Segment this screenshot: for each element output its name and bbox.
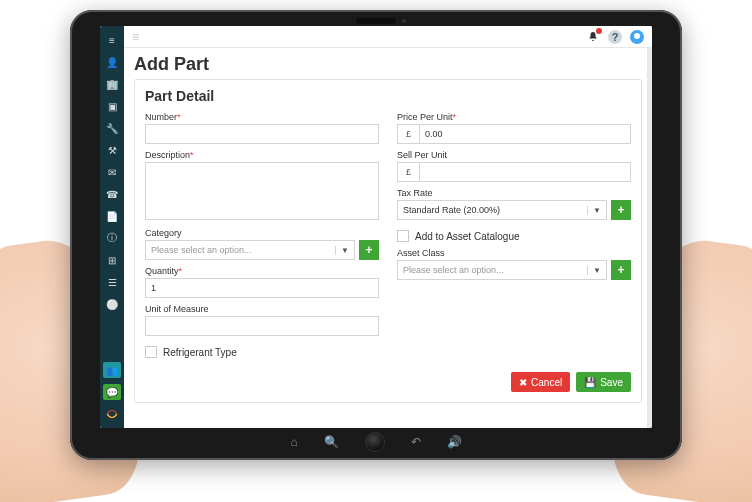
- cancel-icon: ✖: [519, 377, 527, 388]
- description-input[interactable]: [145, 162, 379, 220]
- chevron-down-icon: ▼: [587, 266, 601, 275]
- save-label: Save: [600, 377, 623, 388]
- add-tax-button[interactable]: +: [611, 200, 631, 220]
- app-screen: ≡ 👤 🏢 ▣ 🔧 ⚒ ✉ ☎ 📄 ⓘ ⊞ ☰ ⚪ 👥 💬 ≡: [100, 26, 652, 428]
- tablet-home-icon[interactable]: ⌂: [290, 435, 297, 449]
- quantity-label: Quantity*: [145, 266, 379, 276]
- asset-catalogue-checkbox[interactable]: [397, 230, 409, 242]
- sell-field: Sell Per Unit £: [397, 150, 631, 182]
- description-label: Description*: [145, 150, 379, 160]
- nav-item-tag-icon[interactable]: ⊞: [103, 252, 121, 268]
- category-field: Category Please select an option... ▼ +: [145, 228, 379, 260]
- asset-class-select[interactable]: Please select an option... ▼: [397, 260, 607, 280]
- unit-label: Unit of Measure: [145, 304, 379, 314]
- tablet-frame: ≡ 👤 🏢 ▣ 🔧 ⚒ ✉ ☎ 📄 ⓘ ⊞ ☰ ⚪ 👥 💬 ≡: [70, 10, 682, 460]
- nav-item-file-icon[interactable]: 📄: [103, 208, 121, 224]
- cancel-label: Cancel: [531, 377, 562, 388]
- content: Add Part Part Detail Number* Description…: [124, 48, 652, 428]
- nav-item-mail-icon[interactable]: ✉: [103, 164, 121, 180]
- category-placeholder: Please select an option...: [151, 245, 252, 255]
- refrigerant-row: Refrigerant Type: [145, 346, 379, 358]
- add-asset-class-button[interactable]: +: [611, 260, 631, 280]
- topbar: ≡ ?: [124, 26, 652, 48]
- save-button[interactable]: 💾 Save: [576, 372, 631, 392]
- nav-item-user-icon[interactable]: 👤: [103, 54, 121, 70]
- nav-item-folder-icon[interactable]: ▣: [103, 98, 121, 114]
- nav-item-phone-icon[interactable]: ☎: [103, 186, 121, 202]
- tax-field: Tax Rate Standard Rate (20.00%) ▼ +: [397, 188, 631, 220]
- right-column: Price Per Unit* £ Sell Per Unit £: [397, 112, 631, 358]
- cancel-button[interactable]: ✖ Cancel: [511, 372, 570, 392]
- tablet-volume-icon[interactable]: 🔊: [447, 435, 462, 449]
- category-label: Category: [145, 228, 379, 238]
- nav-item-teal[interactable]: 👥: [103, 362, 121, 378]
- nav-item-tools-icon[interactable]: ⚒: [103, 142, 121, 158]
- asset-class-placeholder: Please select an option...: [403, 265, 504, 275]
- main: ≡ ? Add Part Part Detail: [124, 26, 652, 428]
- user-avatar-icon[interactable]: [630, 30, 644, 44]
- tablet-camera: [356, 18, 396, 24]
- asset-class-label: Asset Class: [397, 248, 631, 258]
- refrigerant-label: Refrigerant Type: [163, 347, 237, 358]
- nav-item-users2-icon[interactable]: ⚪: [103, 296, 121, 312]
- tax-select[interactable]: Standard Rate (20.00%) ▼: [397, 200, 607, 220]
- tablet-nav-bar: ⌂ 🔍 ↶ 🔊: [70, 430, 682, 454]
- tablet-home-button[interactable]: [365, 432, 385, 452]
- quantity-field: Quantity*: [145, 266, 379, 298]
- unit-field: Unit of Measure: [145, 304, 379, 336]
- asset-catalogue-row: Add to Asset Catalogue: [397, 230, 631, 242]
- price-label: Price Per Unit*: [397, 112, 631, 122]
- notifications-icon[interactable]: [586, 30, 600, 44]
- category-select[interactable]: Please select an option... ▼: [145, 240, 355, 260]
- price-field: Price Per Unit* £: [397, 112, 631, 144]
- currency-prefix-2: £: [397, 162, 419, 182]
- nav-item-wrench-icon[interactable]: 🔧: [103, 120, 121, 136]
- nav-item-building-icon[interactable]: 🏢: [103, 76, 121, 92]
- chevron-down-icon: ▼: [335, 246, 349, 255]
- part-detail-card: Part Detail Number* Description*: [134, 79, 642, 403]
- price-input[interactable]: [419, 124, 631, 144]
- sidebar: ≡ 👤 🏢 ▣ 🔧 ⚒ ✉ ☎ 📄 ⓘ ⊞ ☰ ⚪ 👥 💬: [100, 26, 124, 428]
- unit-input[interactable]: [145, 316, 379, 336]
- save-icon: 💾: [584, 377, 596, 388]
- page-title: Add Part: [134, 54, 642, 75]
- tax-label: Tax Rate: [397, 188, 631, 198]
- asset-class-field: Asset Class Please select an option... ▼…: [397, 248, 631, 280]
- left-column: Number* Description* Category: [145, 112, 379, 358]
- card-title: Part Detail: [145, 88, 631, 104]
- refrigerant-checkbox[interactable]: [145, 346, 157, 358]
- asset-catalogue-label: Add to Asset Catalogue: [415, 231, 520, 242]
- help-icon[interactable]: ?: [608, 30, 622, 44]
- number-label: Number*: [145, 112, 379, 122]
- sell-input[interactable]: [419, 162, 631, 182]
- quantity-input[interactable]: [145, 278, 379, 298]
- number-input[interactable]: [145, 124, 379, 144]
- nav-item-bars-icon[interactable]: ≡: [103, 32, 121, 48]
- hamburger-icon[interactable]: ≡: [132, 30, 139, 44]
- tablet-search-icon[interactable]: 🔍: [324, 435, 339, 449]
- scrollbar[interactable]: [647, 48, 652, 428]
- description-field: Description*: [145, 150, 379, 222]
- sell-label: Sell Per Unit: [397, 150, 631, 160]
- add-category-button[interactable]: +: [359, 240, 379, 260]
- chevron-down-icon: ▼: [587, 206, 601, 215]
- tax-value: Standard Rate (20.00%): [403, 205, 500, 215]
- tablet-back-icon[interactable]: ↶: [411, 435, 421, 449]
- currency-prefix: £: [397, 124, 419, 144]
- form-actions: ✖ Cancel 💾 Save: [145, 372, 631, 392]
- nav-item-info-icon[interactable]: ⓘ: [103, 230, 121, 246]
- nav-item-package-icon[interactable]: ☰: [103, 274, 121, 290]
- number-field: Number*: [145, 112, 379, 144]
- nav-item-chat[interactable]: 💬: [103, 384, 121, 400]
- app-logo-icon: [105, 406, 119, 422]
